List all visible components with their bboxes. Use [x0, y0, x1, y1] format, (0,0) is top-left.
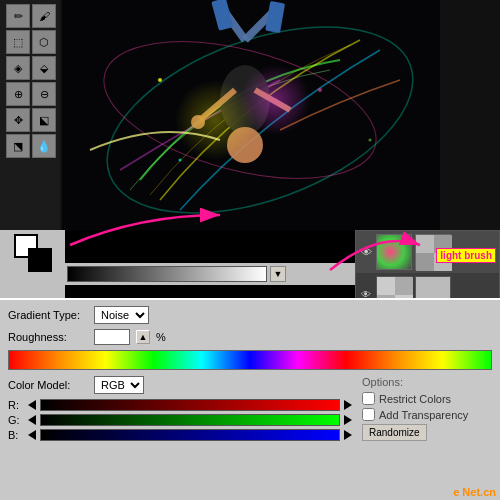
randomize-button[interactable]: Randomize	[362, 424, 427, 441]
gradient-type-label: Gradient Type:	[8, 309, 88, 321]
tool-zoom-out[interactable]: ⊖	[32, 82, 56, 106]
light-brush-label: light brush	[436, 248, 496, 263]
watermark-domain: .cn	[480, 486, 496, 498]
g-max-arrow[interactable]	[344, 415, 352, 425]
percent-label: %	[156, 331, 166, 343]
gradient-editor-panel: Gradient Type: Noise Solid Roughness: 50…	[0, 298, 500, 500]
color-swatches-area	[0, 230, 65, 298]
gradient-type-row: Gradient Type: Noise Solid	[8, 306, 492, 324]
gradient-bar-row: ▼	[63, 263, 355, 285]
tool-eyedrop[interactable]: 💧	[32, 134, 56, 158]
tool-move[interactable]: ✥	[6, 108, 30, 132]
b-max-arrow[interactable]	[344, 430, 352, 440]
g-channel-row: G:	[8, 414, 352, 426]
b-channel-label: B:	[8, 429, 24, 441]
b-channel-row: B:	[8, 429, 352, 441]
tool-row-5: ✥ ⬕	[6, 108, 56, 132]
tool-heal[interactable]: ⬙	[32, 56, 56, 80]
tool-row-4: ⊕ ⊖	[6, 82, 56, 106]
r-channel-bar	[40, 399, 340, 411]
restrict-colors-label: Restrict Colors	[379, 393, 451, 405]
g-channel-label: G:	[8, 414, 24, 426]
main-container: ✏ 🖌 ⬚ ⬡ ◈ ⬙ ⊕ ⊖ ✥ ⬕ ⬔ 💧	[0, 0, 500, 500]
color-model-label: Color Model:	[8, 379, 88, 391]
b-channel-bar	[40, 429, 340, 441]
tool-brush[interactable]: 🖌	[32, 4, 56, 28]
tool-lasso[interactable]: ⬕	[32, 108, 56, 132]
r-channel-row: R:	[8, 399, 352, 411]
tool-magic-wand[interactable]: ⬔	[6, 134, 30, 158]
bottom-two-col: Color Model: RGB HSB LAB R:	[8, 376, 492, 444]
watermark-text: e Net	[453, 486, 480, 498]
tool-pen[interactable]: ✏	[6, 4, 30, 28]
tool-row-6: ⬔ 💧	[6, 134, 56, 158]
g-min-arrow[interactable]	[28, 415, 36, 425]
roughness-row: Roughness: 50 ▲ %	[8, 329, 492, 345]
svg-point-14	[240, 65, 310, 135]
color-model-select[interactable]: RGB HSB LAB	[94, 376, 144, 394]
options-section: Options: Restrict Colors Add Transparenc…	[362, 376, 492, 444]
b-min-arrow[interactable]	[28, 430, 36, 440]
color-model-row: Color Model: RGB HSB LAB	[8, 376, 352, 394]
gradient-preview-bar[interactable]	[67, 266, 267, 282]
r-channel-label: R:	[8, 399, 24, 411]
svg-point-15	[158, 78, 162, 82]
roughness-stepper-up[interactable]: ▲	[136, 330, 150, 344]
tool-eraser[interactable]: ⬚	[6, 30, 30, 54]
svg-point-18	[369, 139, 372, 142]
tool-row-3: ◈ ⬙	[6, 56, 56, 80]
gradient-editor-inner: Gradient Type: Noise Solid Roughness: 50…	[0, 300, 500, 450]
restrict-colors-row: Restrict Colors	[362, 392, 492, 405]
restrict-colors-checkbox[interactable]	[362, 392, 375, 405]
svg-point-16	[179, 159, 182, 162]
tool-row-2: ⬚ ⬡	[6, 30, 56, 54]
gradient-type-select[interactable]: Noise Solid	[94, 306, 149, 324]
pink-arrow-2	[320, 220, 440, 280]
options-label: Options:	[362, 376, 492, 388]
color-model-section: Color Model: RGB HSB LAB R:	[8, 376, 352, 444]
watermark: e Net.cn	[453, 486, 496, 498]
add-transparency-label: Add Transparency	[379, 409, 468, 421]
roughness-input[interactable]: 50	[94, 329, 130, 345]
add-transparency-checkbox[interactable]	[362, 408, 375, 421]
randomize-row: Randomize	[362, 424, 492, 441]
tool-clone[interactable]: ◈	[6, 56, 30, 80]
r-max-arrow[interactable]	[344, 400, 352, 410]
roughness-label: Roughness:	[8, 331, 88, 343]
tool-zoom-in[interactable]: ⊕	[6, 82, 30, 106]
swatch-container	[14, 234, 52, 272]
rainbow-gradient-bar	[8, 350, 492, 370]
tool-stamp[interactable]: ⬡	[32, 30, 56, 54]
background-color-swatch[interactable]	[28, 248, 52, 272]
g-channel-bar	[40, 414, 340, 426]
r-min-arrow[interactable]	[28, 400, 36, 410]
gradient-expand-button[interactable]: ▼	[270, 266, 286, 282]
tool-row-1: ✏ 🖌	[6, 4, 56, 28]
svg-point-17	[318, 88, 322, 92]
pink-arrow-1	[60, 195, 260, 255]
left-toolbar-canvas: ✏ 🖌 ⬚ ⬡ ◈ ⬙ ⊕ ⊖ ✥ ⬕ ⬔ 💧	[0, 0, 62, 230]
add-transparency-row: Add Transparency	[362, 408, 492, 421]
